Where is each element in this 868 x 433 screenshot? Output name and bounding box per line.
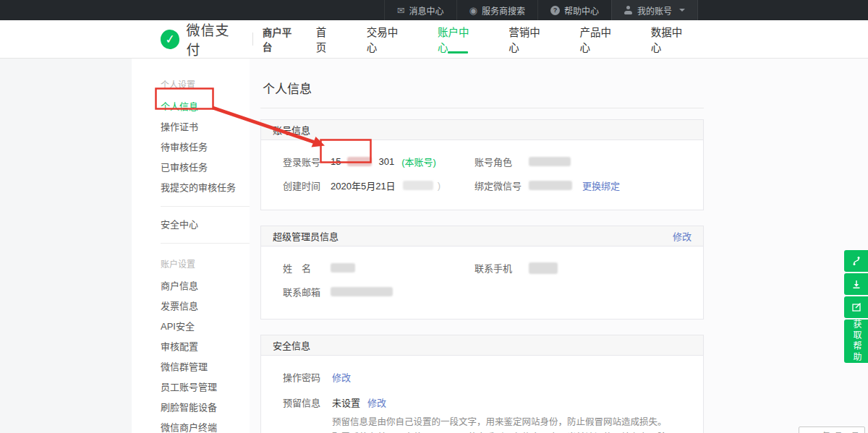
link-icon — [851, 255, 862, 267]
chevron-down-icon — [679, 9, 685, 12]
sidebar-item-security-center[interactable]: 安全中心 — [132, 215, 250, 235]
wechat-pay-logo-icon: ✓ — [160, 28, 181, 50]
sidebar-item-review-config[interactable]: 审核配置 — [132, 337, 250, 357]
reserved-info-status: 未设置 — [332, 395, 360, 409]
security-card-title: 安全信息 — [273, 338, 310, 352]
main-content: 个人信息 账号信息 登录账号 15301 (本账号) 账号角色 — [250, 59, 868, 433]
sidebar-divider — [161, 206, 250, 207]
topbar-item-help-center[interactable]: ? 帮助中心 — [537, 0, 611, 20]
feedback-button[interactable] — [844, 296, 868, 318]
edit-password-link[interactable]: 修改 — [332, 370, 351, 384]
nav-marketing-center[interactable]: 营销中心 — [493, 20, 564, 58]
topbar-item-label: 帮助中心 — [564, 4, 599, 17]
edit-admin-link[interactable]: 修改 — [673, 229, 692, 243]
account-role-label: 账号角色 — [475, 155, 529, 168]
topbar-item-label: 服务商搜索 — [482, 4, 525, 17]
created-time-label: 创建时间 — [283, 179, 331, 192]
sidebar-group-personal-settings: 个人设置 — [132, 72, 250, 97]
download-icon — [851, 278, 862, 290]
title-divider — [260, 108, 704, 108]
sidebar-item-my-submitted-tasks[interactable]: 我提交的审核任务 — [132, 178, 250, 198]
nav-home[interactable]: 首页 — [301, 20, 352, 58]
sidebar-item-reviewed-tasks[interactable]: 已审核任务 — [132, 158, 250, 178]
bound-wechat-label: 绑定微信号 — [475, 179, 529, 192]
reserved-info-label: 预留信息 — [283, 395, 332, 409]
sidebar-item-face-smart-device[interactable]: 刷脸智能设备 — [132, 398, 250, 418]
sidebar-item-merchant-info[interactable]: 商户信息 — [132, 276, 250, 296]
sidebar-item-operation-certificate[interactable]: 操作证书 — [132, 117, 250, 137]
sidebar: 个人设置 个人信息 操作证书 待审核任务 已审核任务 我提交的审核任务 安全中心… — [132, 59, 250, 433]
current-account-tag: (本账号) — [401, 155, 436, 168]
edit-icon — [851, 301, 862, 313]
sidebar-item-pending-review-tasks[interactable]: 待审核任务 — [132, 137, 250, 158]
contact-phone-label: 联系手机 — [475, 261, 529, 275]
topbar-item-label: 我的账号 — [637, 4, 672, 17]
user-icon — [624, 6, 633, 14]
sidebar-item-wechat-group-management[interactable]: 微信群管理 — [132, 357, 250, 377]
brand-name: 微信支付 — [186, 20, 242, 59]
account-card-title: 账号信息 — [273, 123, 310, 137]
get-help-button[interactable]: 获取帮助 — [844, 320, 868, 363]
login-account-label: 登录账号 — [283, 155, 331, 168]
topbar-item-my-account[interactable]: 我的账号 — [611, 0, 698, 20]
redacted-login-digits — [347, 157, 372, 166]
page-title: 个人信息 — [263, 79, 868, 97]
portal-name: 商户平台 — [263, 25, 301, 53]
floating-help-widget: 获取帮助 — [844, 250, 868, 363]
brand: ✓ 微信支付 商户平台 — [161, 20, 301, 59]
left-gutter — [0, 59, 132, 433]
nav-data-center[interactable]: 数据中心 — [636, 20, 707, 58]
download-button[interactable] — [844, 273, 868, 295]
redacted-contact-email — [331, 287, 393, 296]
reserved-info-description: 预留信息是由你自己设置的一段文字，用来鉴定网站身份，防止假冒网站造成损失。 配置… — [332, 415, 681, 433]
change-binding-link[interactable]: 更换绑定 — [582, 179, 620, 192]
redacted-account-role — [529, 157, 571, 166]
account-info-card: 账号信息 登录账号 15301 (本账号) 账号角色 — [260, 119, 704, 210]
security-info-card: 安全信息 操作密码 修改 预留信息 未设置 修改 预留信息是由你自己设置的一段文… — [260, 335, 704, 433]
hotline-link-button[interactable] — [844, 250, 868, 272]
nav-trade-center[interactable]: 交易中心 — [352, 20, 422, 58]
main-nav: 首页 交易中心 账户中心 营销中心 产品中心 数据中心 — [301, 20, 707, 58]
date-tag: 2020年5月22日 — [799, 426, 865, 433]
sidebar-item-wechat-merchant-terminal[interactable]: 微信商户终端 — [132, 418, 250, 433]
super-admin-card-title: 超级管理员信息 — [273, 229, 339, 243]
sidebar-divider — [161, 243, 250, 244]
help-icon: ? — [550, 6, 560, 15]
login-account-value: 15301 (本账号) — [331, 155, 436, 168]
contact-email-label: 联系邮箱 — [283, 285, 331, 299]
super-admin-card: 超级管理员信息 修改 姓 名 联系手机 联系邮箱 — [260, 226, 704, 320]
edit-reserved-info-link[interactable]: 修改 — [367, 395, 386, 409]
sidebar-item-invoice-info[interactable]: 发票信息 — [132, 296, 250, 317]
sidebar-item-api-security[interactable]: API安全 — [132, 317, 250, 337]
created-time-value: 2020年5月21日) — [331, 179, 441, 192]
sidebar-item-personal-info[interactable]: 个人信息 — [132, 97, 250, 117]
operation-password-label: 操作密码 — [283, 370, 332, 384]
redacted-wechat-id — [529, 181, 572, 190]
nav-product-center[interactable]: 产品中心 — [565, 20, 636, 58]
sidebar-item-staff-account-management[interactable]: 员工账号管理 — [132, 377, 250, 398]
topbar-item-label: 消息中心 — [409, 4, 444, 17]
topbar: ✉ 消息中心 ◉ 服务商搜索 ? 帮助中心 我的账号 — [0, 0, 868, 20]
redacted-created-time — [403, 181, 433, 190]
nav-account-center[interactable]: 账户中心 — [422, 20, 493, 58]
topbar-item-provider-search[interactable]: ◉ 服务商搜索 — [456, 0, 537, 20]
mail-icon: ✉ — [397, 6, 405, 15]
redacted-admin-name — [331, 263, 355, 273]
search-icon: ◉ — [469, 6, 477, 15]
redacted-contact-phone — [529, 262, 558, 274]
topbar-item-messages[interactable]: ✉ 消息中心 — [384, 0, 456, 20]
sidebar-group-account-settings: 账户设置 — [132, 252, 250, 276]
brand-separator — [252, 33, 253, 46]
name-label: 姓 名 — [283, 261, 331, 275]
header: ✓ 微信支付 商户平台 首页 交易中心 账户中心 营销中心 产品中心 数据中心 — [0, 20, 868, 59]
